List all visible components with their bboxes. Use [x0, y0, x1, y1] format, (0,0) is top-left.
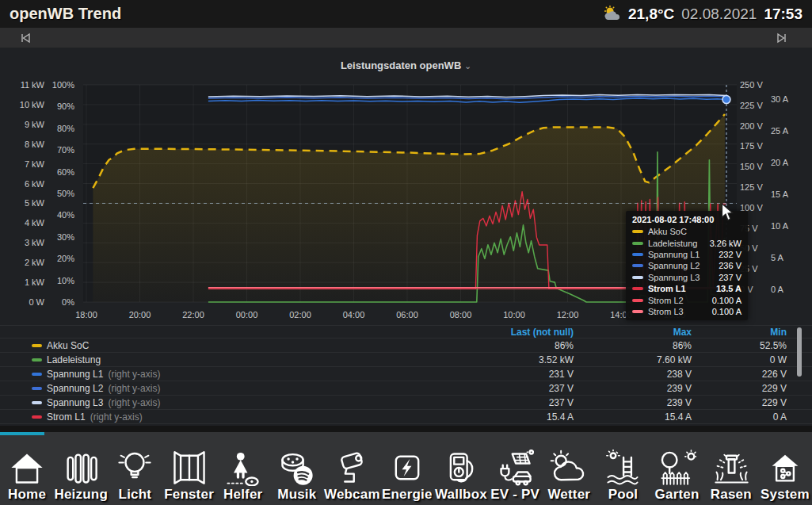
- nav-item-rasen[interactable]: Rasen: [704, 432, 758, 505]
- column-header-max[interactable]: Max: [574, 327, 692, 338]
- tooltip-row: Spannung L3237 V: [632, 272, 741, 283]
- value-cell-last: 3.52 kW: [427, 354, 574, 365]
- legend-series-name[interactable]: Ladeleistung: [32, 354, 427, 365]
- nav-item-wetter[interactable]: Wetter: [542, 432, 596, 505]
- series-color-swatch: [32, 358, 42, 362]
- axis-note: (right y-axis): [90, 411, 143, 423]
- value-cell-max: 238 V: [574, 369, 692, 380]
- nav-item-label: Wallbox: [435, 487, 487, 503]
- tooltip-row: Strom L113.5 A: [632, 283, 741, 294]
- axis-tick-label: 3 kW: [25, 238, 45, 247]
- value-cell-last: 15.4 A: [427, 411, 574, 423]
- axis-tick-label: 100%: [52, 80, 74, 90]
- x-tick-label: 04:00: [343, 310, 365, 319]
- tooltip-timestamp: 2021-08-02 17:48:00: [632, 215, 741, 224]
- nav-item-licht[interactable]: Licht: [108, 432, 162, 505]
- tooltip-series-name: Ladeleistung: [648, 239, 710, 248]
- nav-item-label: EV - PV: [490, 487, 539, 503]
- value-cell-max: 7.60 kW: [574, 354, 692, 365]
- tooltip-row: Akku SoC: [632, 226, 741, 237]
- nav-item-label: Energie: [382, 487, 433, 503]
- nav-item-musik[interactable]: Musik: [270, 432, 324, 505]
- axis-tick-label: 2 kW: [25, 258, 45, 267]
- axis-tick-label: 150 V: [740, 162, 763, 171]
- tooltip-series-name: Strom L3: [648, 307, 712, 316]
- legend-series-name[interactable]: Spannung L3(right y-axis): [32, 397, 427, 408]
- x-tick-label: 02:00: [289, 310, 311, 319]
- table-scrollbar[interactable]: [797, 327, 802, 377]
- tooltip-series-name: Strom L1: [648, 284, 716, 293]
- table-row: Ladeleistung3.52 kW7.60 kW0 W: [0, 353, 812, 367]
- axis-tick-label: 10 kW: [20, 100, 45, 109]
- nav-item-label: Heizung: [54, 487, 108, 503]
- tooltip-row: Ladeleistung3.26 kW: [632, 237, 741, 248]
- series-color-swatch: [32, 373, 42, 376]
- legend-series-name[interactable]: Strom L1(right y-axis): [32, 411, 427, 423]
- nav-item-pool[interactable]: Pool: [596, 432, 650, 505]
- tooltip-series-value: 236 V: [719, 261, 741, 270]
- axis-tick-label: 0 A: [771, 285, 784, 294]
- tooltip-series-name: Strom L2: [648, 296, 712, 305]
- column-header-last-not-null-[interactable]: Last (not null): [427, 327, 574, 338]
- series-label: Spannung L1: [47, 369, 103, 380]
- axis-tick-label: 10%: [57, 276, 74, 285]
- series-label: Spannung L2: [47, 383, 103, 394]
- nav-item-garten[interactable]: Garten: [650, 432, 704, 505]
- legend-series-name[interactable]: Spannung L2(right y-axis): [32, 383, 427, 394]
- wallbox-icon: [442, 445, 480, 486]
- x-tick-label: 10:00: [503, 310, 525, 319]
- value-cell-max: 86%: [574, 340, 692, 351]
- nav-item-home[interactable]: Home: [0, 432, 54, 505]
- hover-point-marker: [722, 96, 730, 104]
- ev-pv-icon: [496, 445, 534, 486]
- app-window: openWB Trend 21,8°C 02.08.2021 17:53: [0, 0, 812, 505]
- tooltip-series-name: Spannung L3: [648, 273, 719, 282]
- series-color-swatch: [632, 242, 643, 245]
- axis-tick-label: 125 V: [740, 182, 763, 192]
- legend-series-name[interactable]: Spannung L1(right y-axis): [32, 369, 427, 380]
- axis-tick-label: 10 A: [771, 221, 789, 231]
- value-cell-last: 231 V: [427, 369, 574, 380]
- energy-bolt-icon: [388, 445, 426, 486]
- x-tick-label: 12:00: [557, 310, 579, 319]
- value-cell-max: 15.4 A: [574, 411, 692, 423]
- series-color-swatch: [632, 287, 643, 290]
- legend-header-row: Last (not null)MaxMin: [0, 325, 812, 339]
- window-icon: [170, 445, 208, 486]
- nav-item-label: Home: [8, 487, 46, 503]
- tooltip-row: Spannung L2236 V: [632, 260, 741, 271]
- nav-item-wallbox[interactable]: Wallbox: [434, 432, 488, 505]
- nav-item-energie[interactable]: Energie: [380, 432, 434, 505]
- series-color-swatch: [632, 253, 643, 256]
- table-row: Spannung L3(right y-axis)237 V239 V229 V: [0, 396, 812, 410]
- nav-item-heizung[interactable]: Heizung: [54, 432, 108, 505]
- value-cell-last: 237 V: [427, 397, 574, 408]
- tooltip-series-value: 0.100 A: [712, 307, 741, 316]
- pool-icon: [604, 445, 642, 486]
- series-color-swatch: [32, 415, 42, 419]
- axis-tick-label: 30 A: [771, 94, 789, 104]
- value-cell-min: 0 A: [692, 411, 787, 423]
- value-cell-last: 237 V: [427, 383, 574, 394]
- table-row: Akku SoC86%86%52.5%: [0, 339, 812, 353]
- axis-note: (right y-axis): [108, 369, 160, 380]
- nav-item-fenster[interactable]: Fenster: [162, 432, 215, 505]
- column-header-min[interactable]: Min: [692, 327, 787, 338]
- axis-tick-label: 20 A: [771, 158, 789, 167]
- tooltip-row: Strom L30.100 A: [632, 306, 741, 317]
- nav-item-helfer[interactable]: Helfer: [216, 432, 270, 505]
- series-color-swatch: [632, 299, 643, 302]
- music-speaker-icon: [278, 445, 316, 486]
- axis-tick-label: 25 A: [771, 126, 789, 136]
- nav-item-ev-pv[interactable]: EV - PV: [488, 432, 542, 505]
- nav-item-label: Pool: [608, 487, 639, 503]
- divider: [0, 426, 812, 432]
- weather-icon: [550, 445, 588, 486]
- legend-series-name[interactable]: Akku SoC: [32, 340, 427, 351]
- nav-item-webcam[interactable]: Webcam: [324, 432, 380, 505]
- x-tick-label: 06:00: [396, 310, 418, 319]
- chart-tooltip: 2021-08-02 17:48:00 Akku SoCLadeleistung…: [626, 211, 748, 320]
- series-color-swatch: [632, 276, 643, 279]
- axis-tick-label: 9 kW: [25, 120, 45, 129]
- nav-item-system[interactable]: System: [758, 432, 812, 505]
